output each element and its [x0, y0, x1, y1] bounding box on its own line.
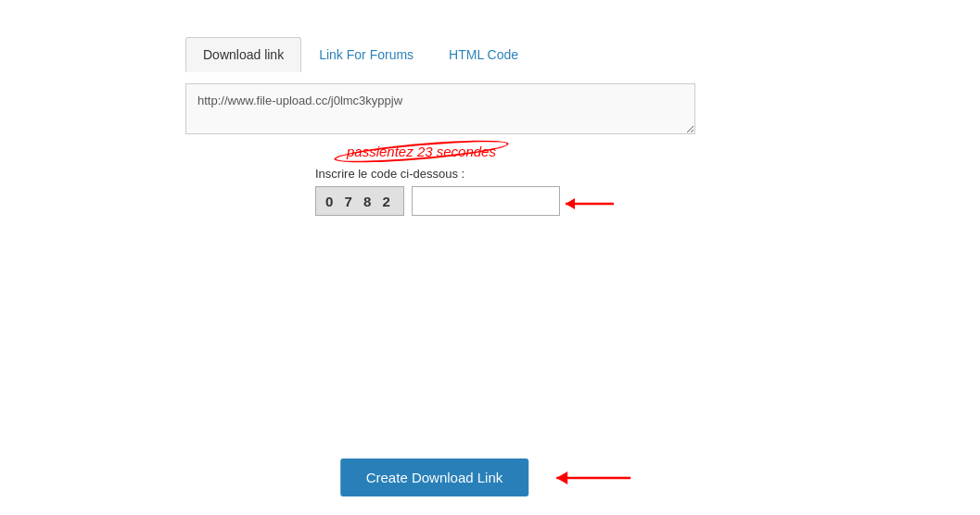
- tabs-wrapper: Download link Link For Forums HTML Code: [185, 37, 705, 72]
- url-textarea[interactable]: [185, 83, 695, 134]
- captcha-input[interactable]: [412, 186, 560, 216]
- captcha-area: passientez 23 secondes Inscrire le code …: [315, 144, 560, 216]
- url-box-wrapper: [185, 83, 695, 137]
- main-container: Download link Link For Forums HTML Code …: [0, 0, 980, 515]
- button-area: Create Download Link: [340, 458, 641, 496]
- button-arrow: [547, 461, 640, 495]
- tab-html-code[interactable]: HTML Code: [431, 37, 536, 72]
- captcha-code-display: 0 7 8 2: [315, 186, 404, 216]
- timer-annotation: passientez 23 secondes: [334, 144, 509, 159]
- create-download-link-button[interactable]: Create Download Link: [340, 458, 529, 496]
- timer-text: passientez 23 secondes: [334, 140, 509, 163]
- svg-marker-1: [566, 198, 575, 209]
- captcha-label: Inscrire le code ci-dessous :: [315, 167, 465, 181]
- svg-marker-3: [556, 471, 567, 484]
- tabs-bar: Download link Link For Forums HTML Code: [185, 37, 705, 72]
- captcha-arrow: [558, 190, 632, 220]
- captcha-row: 0 7 8 2: [315, 186, 560, 216]
- tab-link-for-forums[interactable]: Link For Forums: [301, 37, 431, 72]
- tab-download-link[interactable]: Download link: [185, 37, 301, 72]
